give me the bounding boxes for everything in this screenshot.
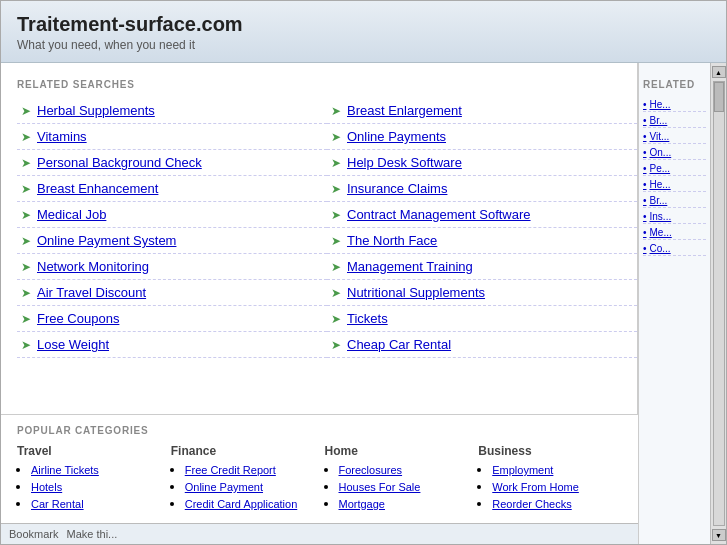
home-heading: Home: [325, 444, 469, 458]
travel-heading: Travel: [17, 444, 161, 458]
related-searches-section: RELATED SEARCHES ➤ Herbal Supplements ➤ …: [1, 63, 638, 414]
network-monitoring-link[interactable]: Network Monitoring: [37, 259, 149, 274]
north-face-link[interactable]: The North Face: [347, 233, 437, 248]
arrow-icon: ➤: [331, 104, 341, 118]
mortgage-link[interactable]: Mortgage: [339, 498, 385, 510]
sidebar-item[interactable]: He...: [643, 98, 706, 112]
online-payments-link[interactable]: Online Payments: [347, 129, 446, 144]
airline-tickets-link[interactable]: Airline Tickets: [31, 464, 99, 476]
free-credit-report-link[interactable]: Free Credit Report: [185, 464, 276, 476]
list-item: Work From Home: [492, 479, 622, 494]
cheap-car-rental-link[interactable]: Cheap Car Rental: [347, 337, 451, 352]
list-item: ➤ Insurance Claims: [327, 176, 637, 202]
herbal-supplements-link[interactable]: Herbal Supplements: [37, 103, 155, 118]
tickets-link[interactable]: Tickets: [347, 311, 388, 326]
vitamins-link[interactable]: Vitamins: [37, 129, 87, 144]
list-item: ➤ Online Payment System: [17, 228, 327, 254]
arrow-icon: ➤: [21, 312, 31, 326]
work-from-home-link[interactable]: Work From Home: [492, 481, 579, 493]
list-item: ➤ Tickets: [327, 306, 637, 332]
home-category: Home Foreclosures Houses For Sale Mortga…: [325, 444, 469, 513]
houses-for-sale-link[interactable]: Houses For Sale: [339, 481, 421, 493]
nutritional-supplements-link[interactable]: Nutritional Supplements: [347, 285, 485, 300]
list-item: Car Rental: [31, 496, 161, 511]
sidebar-item[interactable]: Me...: [643, 226, 706, 240]
related-searches-grid: ➤ Herbal Supplements ➤ Vitamins ➤ Person…: [17, 98, 637, 358]
related-searches-label: RELATED SEARCHES: [17, 79, 637, 90]
arrow-icon: ➤: [331, 312, 341, 326]
list-item: Airline Tickets: [31, 462, 161, 477]
air-travel-discount-link[interactable]: Air Travel Discount: [37, 285, 146, 300]
online-payment-link[interactable]: Online Payment: [185, 481, 263, 493]
list-item: Mortgage: [339, 496, 469, 511]
business-category: Business Employment Work From Home Reord…: [478, 444, 622, 513]
sidebar-item[interactable]: On...: [643, 146, 706, 160]
car-rental-link[interactable]: Car Rental: [31, 498, 84, 510]
sidebar-item[interactable]: He...: [643, 178, 706, 192]
management-training-link[interactable]: Management Training: [347, 259, 473, 274]
list-item: ➤ Vitamins: [17, 124, 327, 150]
site-title: Traitement-surface.com: [17, 13, 710, 36]
bookmark-label: Bookmark: [9, 528, 59, 540]
business-heading: Business: [478, 444, 622, 458]
list-item: ➤ Management Training: [327, 254, 637, 280]
list-item: ➤ Online Payments: [327, 124, 637, 150]
breast-enhancement-link[interactable]: Breast Enhancement: [37, 181, 158, 196]
list-item: ➤ Cheap Car Rental: [327, 332, 637, 358]
employment-link[interactable]: Employment: [492, 464, 553, 476]
foreclosures-link[interactable]: Foreclosures: [339, 464, 403, 476]
right-column: ➤ Breast Enlargement ➤ Online Payments ➤…: [327, 98, 637, 358]
scroll-thumb[interactable]: [714, 82, 724, 112]
arrow-icon: ➤: [331, 208, 341, 222]
sidebar-item[interactable]: Ins...: [643, 210, 706, 224]
scroll-down-button[interactable]: ▼: [712, 529, 726, 541]
sidebar-item[interactable]: Vit...: [643, 130, 706, 144]
online-payment-system-link[interactable]: Online Payment System: [37, 233, 176, 248]
credit-card-link[interactable]: Credit Card Application: [185, 498, 298, 510]
left-column: ➤ Herbal Supplements ➤ Vitamins ➤ Person…: [17, 98, 327, 358]
sidebar-item[interactable]: Pe...: [643, 162, 706, 176]
header: Traitement-surface.com What you need, wh…: [1, 1, 726, 63]
arrow-icon: ➤: [331, 338, 341, 352]
reorder-checks-link[interactable]: Reorder Checks: [492, 498, 571, 510]
scroll-up-button[interactable]: ▲: [712, 66, 726, 78]
list-item: Free Credit Report: [185, 462, 315, 477]
contract-management-link[interactable]: Contract Management Software: [347, 207, 531, 222]
arrow-icon: ➤: [21, 182, 31, 196]
arrow-icon: ➤: [21, 260, 31, 274]
popular-categories-section: POPULAR CATEGORIES Travel Airline Ticket…: [1, 414, 638, 523]
lose-weight-link[interactable]: Lose Weight: [37, 337, 109, 352]
arrow-icon: ➤: [21, 338, 31, 352]
list-item: ➤ Herbal Supplements: [17, 98, 327, 124]
arrow-icon: ➤: [331, 182, 341, 196]
popular-categories-label: POPULAR CATEGORIES: [17, 425, 622, 436]
personal-background-check-link[interactable]: Personal Background Check: [37, 155, 202, 170]
arrow-icon: ➤: [331, 156, 341, 170]
make-label: Make thi...: [67, 528, 118, 540]
arrow-icon: ➤: [21, 208, 31, 222]
arrow-icon: ➤: [21, 104, 31, 118]
hotels-link[interactable]: Hotels: [31, 481, 62, 493]
help-desk-software-link[interactable]: Help Desk Software: [347, 155, 462, 170]
sidebar-item[interactable]: Br...: [643, 114, 706, 128]
medical-job-link[interactable]: Medical Job: [37, 207, 106, 222]
list-item: ➤ Air Travel Discount: [17, 280, 327, 306]
bottom-bar: Bookmark Make thi...: [1, 523, 638, 544]
sidebar-item[interactable]: Br...: [643, 194, 706, 208]
related-sidebar-label: RELATED: [643, 79, 706, 90]
right-sidebar: RELATED He... Br... Vit... On... Pe... H…: [638, 63, 710, 544]
sidebar-item[interactable]: Co...: [643, 242, 706, 256]
travel-category: Travel Airline Tickets Hotels Car Rental: [17, 444, 161, 513]
list-item: Houses For Sale: [339, 479, 469, 494]
list-item: Employment: [492, 462, 622, 477]
scrollbar[interactable]: ▲ ▼: [710, 63, 726, 544]
arrow-icon: ➤: [331, 260, 341, 274]
list-item: Hotels: [31, 479, 161, 494]
list-item: Reorder Checks: [492, 496, 622, 511]
sidebar-links: He... Br... Vit... On... Pe... He... Br.…: [643, 98, 706, 256]
free-coupons-link[interactable]: Free Coupons: [37, 311, 119, 326]
breast-enlargement-link[interactable]: Breast Enlargement: [347, 103, 462, 118]
categories-grid: Travel Airline Tickets Hotels Car Rental…: [17, 444, 622, 513]
arrow-icon: ➤: [331, 234, 341, 248]
insurance-claims-link[interactable]: Insurance Claims: [347, 181, 447, 196]
